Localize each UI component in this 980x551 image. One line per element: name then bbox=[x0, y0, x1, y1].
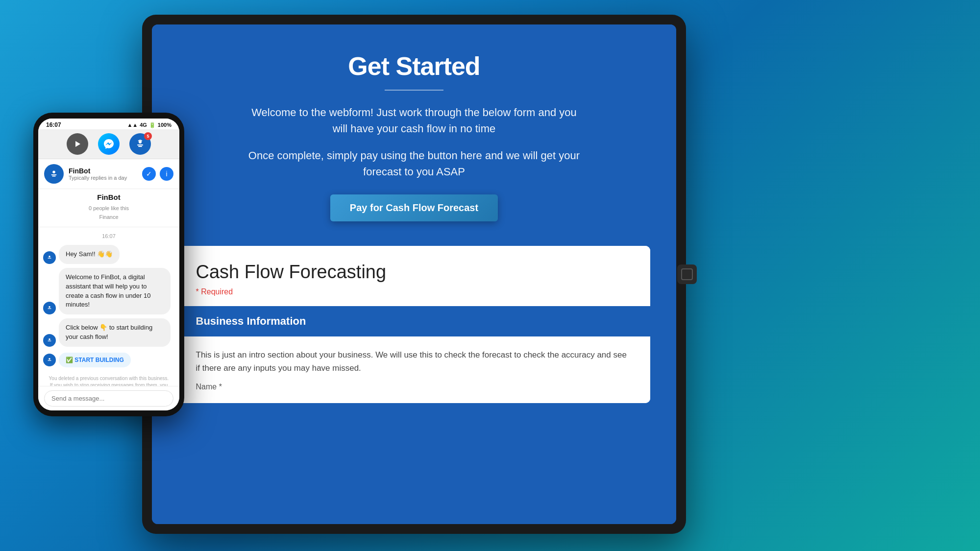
form-section-body: This is just an intro section about your… bbox=[178, 336, 650, 403]
battery-level: 100% bbox=[158, 122, 172, 128]
finbot-icon[interactable]: 5 bbox=[129, 133, 151, 155]
page-category: Finance bbox=[38, 214, 179, 223]
notification-badge: 5 bbox=[144, 132, 152, 140]
bot-avatar-small-3 bbox=[43, 334, 56, 347]
svg-rect-8 bbox=[48, 258, 51, 258]
phone-screen: 16:07 ▲▲ 4G 🔋 100% 5 bbox=[38, 119, 179, 410]
form-intro-text: This is just an intro section about your… bbox=[196, 348, 633, 375]
page-name-bar: FinBot 0 people like this Finance bbox=[38, 189, 179, 227]
signal-indicator: ▲▲ bbox=[127, 122, 138, 128]
page-title: Get Started bbox=[172, 51, 657, 81]
svg-point-4 bbox=[52, 171, 55, 174]
chat-avatar bbox=[44, 164, 64, 184]
phone-device: 16:07 ▲▲ 4G 🔋 100% 5 bbox=[33, 113, 184, 416]
chat-message-3: Click below 👇 to start building your cas… bbox=[43, 318, 174, 347]
form-card-header: Cash Flow Forecasting * Required bbox=[178, 246, 650, 306]
bot-name: FinBot bbox=[69, 167, 137, 175]
bot-avatar-small bbox=[43, 251, 56, 264]
deleted-notice: You deleted a previous conversation with… bbox=[43, 373, 174, 386]
svg-rect-3 bbox=[138, 146, 142, 147]
svg-rect-6 bbox=[52, 176, 55, 177]
subtitle-2: Once complete, simply pay using the butt… bbox=[247, 147, 581, 180]
phone-status-right: ▲▲ 4G 🔋 100% bbox=[127, 122, 172, 128]
info-icon[interactable]: i bbox=[160, 167, 173, 181]
pay-button[interactable]: Pay for Cash Flow Forecast bbox=[330, 194, 498, 221]
chat-header-info: FinBot Typically replies in a day bbox=[69, 167, 137, 181]
chat-header-icons: ✓ i bbox=[142, 167, 173, 181]
section-header-label: Business Information bbox=[196, 315, 306, 327]
header-divider bbox=[385, 90, 443, 91]
chat-header: FinBot Typically replies in a day ✓ i bbox=[38, 159, 179, 189]
battery-indicator: 🔋 bbox=[149, 122, 156, 128]
phone-nav-bar: 5 bbox=[38, 129, 179, 159]
messenger-icon[interactable] bbox=[98, 133, 120, 155]
svg-rect-12 bbox=[48, 340, 51, 341]
chat-input-area bbox=[38, 386, 179, 410]
tablet-header: Get Started Welcome to the webform! Just… bbox=[152, 24, 676, 246]
chat-action-row: ✅ START BUILDING bbox=[43, 351, 174, 369]
chat-message-2: Welcome to FinBot, a digital assistant t… bbox=[43, 268, 174, 314]
bot-avatar-small-2 bbox=[43, 302, 56, 314]
tablet-device: Get Started Welcome to the webform! Just… bbox=[142, 15, 686, 534]
bot-avatar-action bbox=[43, 354, 56, 366]
chat-messages: 16:07 Hey Sam!! 👋👋 Welcome to FinBot, a … bbox=[38, 227, 179, 386]
chat-bubble-1: Hey Sam!! 👋👋 bbox=[59, 245, 120, 264]
required-label: * Required bbox=[196, 287, 233, 296]
svg-point-11 bbox=[49, 338, 50, 340]
svg-point-13 bbox=[49, 358, 50, 360]
svg-rect-5 bbox=[51, 174, 57, 175]
signal-type: 4G bbox=[140, 122, 147, 128]
svg-rect-14 bbox=[48, 360, 51, 360]
phone-status-bar: 16:07 ▲▲ 4G 🔋 100% bbox=[38, 119, 179, 129]
form-section-header: Business Information bbox=[178, 306, 650, 336]
chat-bubble-2: Welcome to FinBot, a digital assistant t… bbox=[59, 268, 171, 314]
subtitle-1: Welcome to the webform! Just work throug… bbox=[247, 104, 581, 137]
tablet-screen: Get Started Welcome to the webform! Just… bbox=[152, 24, 676, 524]
page-likes: 0 people like this bbox=[38, 205, 179, 214]
tablet-content: Get Started Welcome to the webform! Just… bbox=[152, 24, 676, 524]
check-icon[interactable]: ✓ bbox=[142, 167, 156, 181]
name-field-label: Name * bbox=[196, 383, 222, 391]
start-building-button[interactable]: ✅ START BUILDING bbox=[59, 353, 131, 367]
form-title: Cash Flow Forecasting bbox=[196, 262, 633, 283]
message-input[interactable] bbox=[44, 390, 173, 407]
svg-rect-2 bbox=[137, 144, 143, 145]
svg-point-7 bbox=[49, 256, 50, 258]
form-card: Cash Flow Forecasting * Required Busines… bbox=[178, 246, 650, 403]
svg-rect-10 bbox=[48, 309, 51, 309]
svg-point-9 bbox=[49, 306, 50, 308]
chat-message-1: Hey Sam!! 👋👋 bbox=[43, 245, 174, 264]
phone-time: 16:07 bbox=[46, 121, 61, 128]
page-name: FinBot bbox=[38, 189, 179, 205]
svg-point-1 bbox=[139, 141, 142, 144]
chat-timestamp: 16:07 bbox=[43, 233, 174, 239]
chat-bubble-3: Click below 👇 to start building your cas… bbox=[59, 318, 171, 347]
bot-status: Typically replies in a day bbox=[69, 175, 137, 181]
tablet-home-button[interactable] bbox=[677, 264, 697, 284]
svg-marker-0 bbox=[75, 141, 80, 147]
tablet-home-button-inner bbox=[681, 268, 693, 280]
play-icon[interactable] bbox=[67, 133, 88, 155]
